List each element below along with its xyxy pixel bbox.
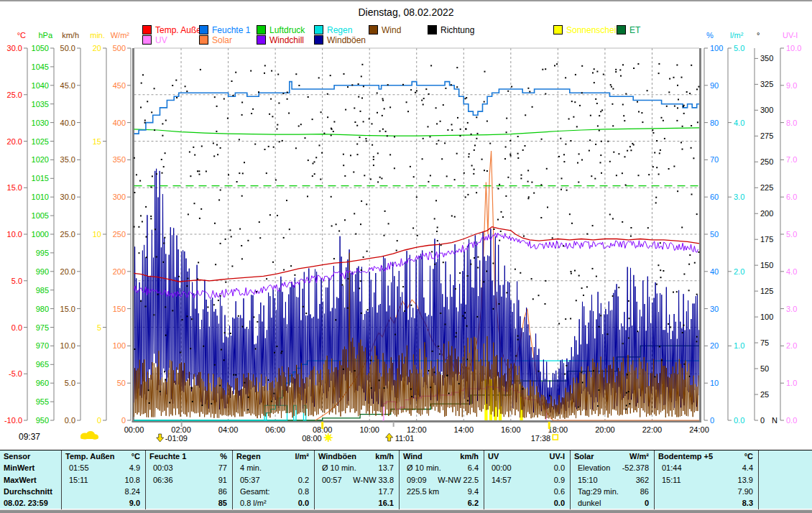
svg-text:30.0: 30.0 xyxy=(7,44,22,52)
svg-text:1.0: 1.0 xyxy=(734,341,744,350)
svg-text:4.0: 4.0 xyxy=(734,119,744,127)
svg-text:70: 70 xyxy=(710,155,719,164)
svg-text:500: 500 xyxy=(113,44,126,52)
svg-text:25: 25 xyxy=(760,390,769,399)
svg-text:250: 250 xyxy=(760,157,773,166)
svg-text:8.0: 8.0 xyxy=(786,119,797,127)
cell-value: 0.0 xyxy=(298,497,309,509)
cell-label: 15:10 xyxy=(578,474,598,486)
x-axis-labels: 00:0002:0004:0006:0008:0010:0012:0014:00… xyxy=(124,425,709,434)
svg-text:400: 400 xyxy=(113,119,126,127)
svg-text:0.0: 0.0 xyxy=(734,416,744,425)
svg-text:1015: 1015 xyxy=(32,174,49,182)
svg-text:350: 350 xyxy=(113,155,126,164)
svg-text:200: 200 xyxy=(113,267,126,276)
astro-label-moonrise: 11:01 xyxy=(395,434,415,443)
svg-text:15.0: 15.0 xyxy=(7,183,22,192)
svg-text:4.0: 4.0 xyxy=(786,267,797,276)
svg-text:16:00: 16:00 xyxy=(501,425,521,434)
weather-graph-window: Dienstag, 08.02.2022 Temp. AußenFeuchte … xyxy=(0,0,812,513)
svg-text:1045: 1045 xyxy=(32,63,49,71)
cell-label: 06:36 xyxy=(153,474,173,486)
cell-value: W-NW 33.8 xyxy=(353,474,394,486)
axis-unit-pct: % xyxy=(706,31,714,40)
svg-text:450: 450 xyxy=(113,81,126,90)
cell-value: 13.9 xyxy=(738,474,753,486)
svg-text:325: 325 xyxy=(760,80,773,88)
sun-icon xyxy=(324,433,333,442)
moonset-icon xyxy=(157,434,164,442)
cell-value: 86 xyxy=(640,486,649,497)
col-unit: km/h xyxy=(460,450,479,462)
svg-text:40.0: 40.0 xyxy=(60,119,75,127)
cell-value: 0.8 xyxy=(298,486,309,497)
svg-text:04:00: 04:00 xyxy=(218,425,239,434)
svg-text:10.0: 10.0 xyxy=(60,341,75,350)
cell-value: 4.4 xyxy=(742,462,753,473)
weather-chart: °C30.025.020.015.010.05.00.0-5.0-10.0hPa… xyxy=(0,1,812,448)
axis-unit-deg: ° xyxy=(757,31,760,40)
cell-value: 16.1 xyxy=(379,497,394,509)
svg-text:2.0: 2.0 xyxy=(786,341,797,350)
svg-text:20.0: 20.0 xyxy=(7,137,22,146)
cell-label: Ø 10 min. xyxy=(322,462,356,473)
cell-value: 7.90 xyxy=(738,486,753,497)
svg-text:0: 0 xyxy=(760,416,765,425)
svg-text:40: 40 xyxy=(710,267,719,276)
cell-label: 15:11 xyxy=(69,474,88,486)
svg-text:75: 75 xyxy=(760,338,769,347)
table-col-uv: UVUV-I00:000.014:570.90.60.0 xyxy=(484,450,570,509)
svg-text:60: 60 xyxy=(710,193,719,201)
svg-text:9.0: 9.0 xyxy=(786,81,797,90)
cell-label: 00:03 xyxy=(153,462,173,473)
col-unit: °C xyxy=(744,450,753,462)
svg-text:950: 950 xyxy=(36,416,49,425)
cell-value: 8.3 xyxy=(742,497,753,509)
svg-text:90: 90 xyxy=(710,81,719,90)
cell-label: 00:57 xyxy=(322,474,342,486)
svg-text:10.0: 10.0 xyxy=(7,230,22,239)
cell-value: 9.4 xyxy=(468,486,479,497)
svg-text:20:00: 20:00 xyxy=(595,425,615,434)
svg-text:350: 350 xyxy=(760,54,773,63)
table-col-windb-en: Windböenkm/hØ 10 min.13.700:57W-NW 33.81… xyxy=(314,450,399,509)
svg-text:14:00: 14:00 xyxy=(454,425,474,434)
cell-label: 225.5 km xyxy=(407,486,439,497)
row-label: Durchschnitt xyxy=(4,486,52,497)
svg-text:5.0: 5.0 xyxy=(786,230,797,239)
axis-unit-lm2: l/m² xyxy=(730,31,744,40)
svg-text:5.0: 5.0 xyxy=(65,379,75,387)
table-filler xyxy=(758,450,812,509)
svg-text:45.0: 45.0 xyxy=(60,81,75,90)
col-name: Solar xyxy=(574,450,594,462)
svg-text:1025: 1025 xyxy=(32,137,49,146)
table-col-temp-au-en: Temp. Außen°C01:554.915:1110.88.249.0 xyxy=(61,450,145,509)
table-col-feuchte-1: Feuchte 1%00:037706:36918685 xyxy=(145,450,232,509)
cell-value: 6.4 xyxy=(468,462,479,473)
cell-value: 86 xyxy=(218,486,227,497)
svg-text:5: 5 xyxy=(97,323,101,332)
svg-text:200: 200 xyxy=(760,209,773,218)
col-name: Windböen xyxy=(318,450,356,462)
svg-text:3.0: 3.0 xyxy=(786,305,797,313)
svg-text:5.0: 5.0 xyxy=(11,277,22,285)
cell-value: 0.6 xyxy=(554,486,565,497)
svg-text:15: 15 xyxy=(93,137,101,146)
svg-text:6.0: 6.0 xyxy=(786,193,797,201)
astro-label-moonset: -01:09 xyxy=(165,434,188,443)
svg-text:275: 275 xyxy=(760,131,773,140)
svg-text:24:00: 24:00 xyxy=(689,425,709,434)
sunset-square-icon xyxy=(553,435,558,440)
row-label: 08.02. 23:59 xyxy=(4,497,48,509)
cell-value: -52.378 xyxy=(622,462,649,473)
svg-text:980: 980 xyxy=(36,305,49,313)
svg-text:12:00: 12:00 xyxy=(407,425,427,434)
svg-text:15.0: 15.0 xyxy=(60,305,75,313)
cell-value: 10.8 xyxy=(125,474,140,486)
cell-value: 362 xyxy=(636,474,649,486)
svg-text:0: 0 xyxy=(121,416,126,425)
cell-value: 0.2 xyxy=(298,474,309,486)
sun-cloud-icon xyxy=(80,431,98,440)
cell-label: 00:00 xyxy=(492,462,512,473)
svg-text:0.0: 0.0 xyxy=(65,416,75,425)
